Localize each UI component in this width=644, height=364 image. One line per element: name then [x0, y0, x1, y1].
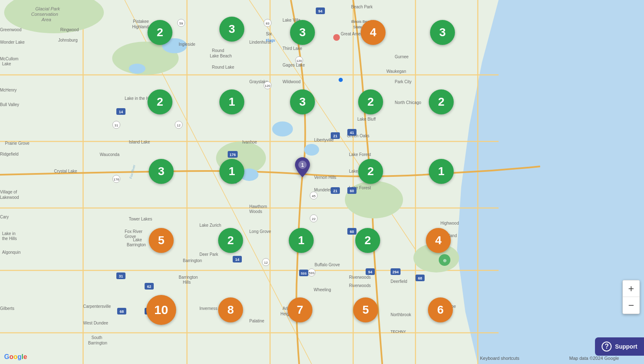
- svg-text:Conservation: Conservation: [31, 12, 58, 17]
- zoom-out-button[interactable]: −: [623, 297, 639, 314]
- svg-text:Hills: Hills: [183, 280, 191, 285]
- svg-text:Tower Lakes: Tower Lakes: [129, 217, 152, 221]
- svg-text:45: 45: [312, 194, 316, 198]
- cluster-c22[interactable]: 7: [288, 297, 312, 322]
- svg-text:62: 62: [147, 285, 151, 289]
- support-icon: ?: [602, 342, 612, 352]
- svg-point-23: [304, 144, 319, 156]
- zoom-in-button[interactable]: +: [623, 280, 639, 297]
- map-selected-pin[interactable]: 1: [295, 157, 310, 179]
- svg-text:Lake Zurich: Lake Zurich: [199, 223, 221, 228]
- svg-text:12: 12: [264, 261, 268, 265]
- map-attribution: Map data ©2024 Google: [569, 356, 619, 361]
- svg-text:Algonquin: Algonquin: [2, 250, 20, 255]
- cluster-c12[interactable]: 1: [219, 159, 244, 184]
- cluster-c23[interactable]: 5: [353, 297, 378, 322]
- cluster-c8[interactable]: 3: [290, 89, 315, 114]
- svg-text:60: 60: [350, 189, 354, 193]
- cluster-c6[interactable]: 2: [147, 89, 172, 114]
- svg-text:120: 120: [265, 84, 270, 88]
- svg-text:Area: Area: [41, 17, 51, 22]
- svg-text:Inverness: Inverness: [199, 306, 217, 311]
- google-logo: Google: [4, 353, 27, 361]
- svg-text:McCullom: McCullom: [0, 57, 18, 61]
- svg-text:176: 176: [113, 178, 119, 181]
- svg-text:Barrington: Barrington: [183, 258, 202, 263]
- cluster-c18[interactable]: 2: [355, 228, 380, 253]
- svg-text:Deer Park: Deer Park: [199, 252, 219, 257]
- cluster-c3[interactable]: 3: [290, 20, 315, 45]
- svg-text:1: 1: [301, 162, 304, 168]
- svg-text:Ridgefield: Ridgefield: [0, 152, 18, 156]
- svg-text:Carpentersville: Carpentersville: [83, 304, 111, 309]
- svg-text:21: 21: [333, 134, 337, 138]
- svg-text:31: 31: [115, 124, 118, 127]
- svg-text:Lake Beach: Lake Beach: [210, 54, 232, 58]
- svg-text:83: 83: [266, 22, 270, 25]
- cluster-c4[interactable]: 4: [361, 20, 386, 45]
- cluster-c1[interactable]: 2: [147, 20, 172, 45]
- cluster-c5[interactable]: 3: [430, 20, 455, 45]
- cluster-c19[interactable]: 4: [426, 228, 451, 253]
- cluster-c10[interactable]: 2: [429, 89, 454, 114]
- svg-text:Waukegan: Waukegan: [386, 69, 406, 74]
- svg-text:94: 94: [318, 9, 322, 13]
- svg-text:Vernon Hills: Vernon Hills: [314, 175, 336, 180]
- cluster-c20[interactable]: 10: [146, 295, 176, 325]
- svg-text:Palatine: Palatine: [249, 319, 265, 323]
- svg-text:Flags: Flags: [266, 38, 275, 42]
- svg-text:North Chicago: North Chicago: [395, 100, 421, 105]
- svg-text:Prairie Grove: Prairie Grove: [5, 141, 29, 146]
- cluster-c11[interactable]: 3: [149, 159, 174, 184]
- cluster-c15[interactable]: 5: [149, 228, 174, 253]
- svg-text:Six: Six: [266, 32, 272, 36]
- svg-text:53S: 53S: [301, 272, 307, 275]
- cluster-c17[interactable]: 1: [289, 228, 314, 253]
- svg-point-175: [339, 78, 343, 82]
- zoom-controls: + −: [622, 280, 640, 314]
- svg-text:Long Grove: Long Grove: [249, 229, 271, 234]
- svg-text:Beach Park: Beach Park: [351, 5, 373, 9]
- map-container: Glacial Park Conservation Area Ringwood …: [0, 0, 644, 364]
- svg-text:Gilberts: Gilberts: [0, 306, 14, 311]
- cluster-c13[interactable]: 2: [358, 159, 383, 184]
- svg-text:14: 14: [235, 258, 239, 262]
- svg-text:Bull Valley: Bull Valley: [0, 102, 19, 107]
- cluster-c7[interactable]: 1: [219, 89, 244, 114]
- svg-text:Northbrook: Northbrook: [391, 312, 411, 317]
- svg-text:Village of: Village of: [0, 190, 17, 194]
- svg-text:Ingleside: Ingleside: [179, 42, 195, 47]
- cluster-c2[interactable]: 3: [219, 17, 244, 42]
- cluster-c14[interactable]: 1: [429, 159, 454, 184]
- svg-text:Lake Bluff: Lake Bluff: [357, 117, 376, 121]
- cluster-c16[interactable]: 2: [218, 228, 243, 253]
- svg-text:McHenry: McHenry: [0, 88, 17, 92]
- cluster-c9[interactable]: 2: [358, 89, 383, 114]
- svg-text:21: 21: [333, 189, 337, 193]
- cluster-c24[interactable]: 6: [428, 297, 453, 322]
- svg-text:Highwood: Highwood: [440, 221, 459, 225]
- svg-text:Ringwood: Ringwood: [60, 27, 79, 32]
- svg-text:Ivanhoe: Ivanhoe: [242, 140, 257, 144]
- support-button[interactable]: ? Support: [595, 337, 644, 356]
- svg-text:⊕: ⊕: [443, 258, 447, 263]
- svg-text:176: 176: [229, 153, 236, 157]
- svg-text:Cary: Cary: [0, 215, 9, 219]
- svg-text:68: 68: [120, 310, 124, 314]
- svg-text:14: 14: [119, 110, 123, 114]
- svg-text:Round: Round: [212, 48, 224, 53]
- svg-text:Third Lake: Third Lake: [283, 46, 302, 51]
- svg-text:Gages Lake: Gages Lake: [283, 63, 305, 67]
- svg-text:22: 22: [312, 217, 316, 221]
- svg-text:94: 94: [368, 270, 372, 274]
- svg-text:Highland: Highland: [132, 25, 148, 29]
- svg-text:68: 68: [418, 276, 422, 280]
- svg-text:South: South: [91, 335, 102, 340]
- svg-text:Riverwoods: Riverwoods: [349, 283, 371, 288]
- svg-point-38: [333, 34, 340, 41]
- cluster-c21[interactable]: 8: [218, 297, 243, 322]
- svg-text:294: 294: [392, 270, 398, 274]
- keyboard-shortcuts-link[interactable]: Keyboard shortcuts: [480, 356, 519, 361]
- svg-text:Glacial Park: Glacial Park: [35, 6, 60, 11]
- svg-text:Park City: Park City: [395, 79, 412, 84]
